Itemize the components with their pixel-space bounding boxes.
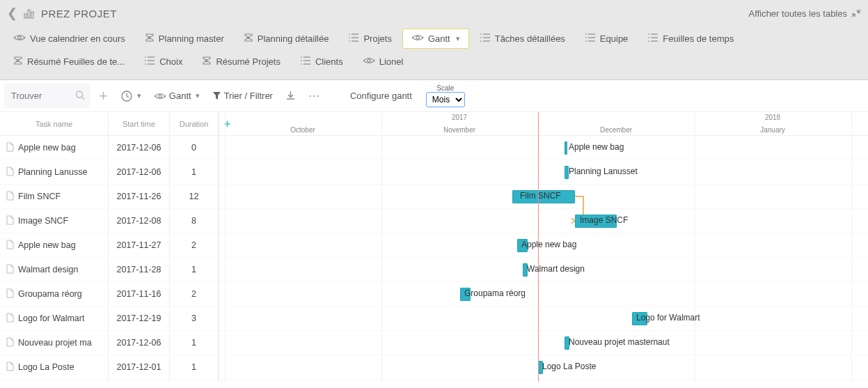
gantt-bar-label: Walmart design (527, 264, 585, 274)
tab-gantt[interactable]: Gantt▾ (402, 29, 469, 49)
tab-feuilles-de-temps[interactable]: Feuilles de temps (638, 28, 743, 49)
gantt-bar-label: Nouveau projet masternaut (569, 337, 670, 347)
task-duration-cell[interactable]: 1 (170, 331, 218, 355)
task-duration-cell[interactable]: 12 (170, 185, 218, 209)
task-start-cell[interactable]: 2017-12-06 (109, 160, 169, 185)
eye-icon (411, 33, 424, 44)
history-button[interactable]: ▾ (116, 87, 145, 105)
scale-label: Scale (426, 84, 465, 92)
task-start-cell[interactable]: 2017-11-26 (109, 185, 169, 209)
tab-r-sum-projets[interactable]: Résumé Projets (193, 51, 289, 72)
gantt-bar-label: Logo for Walmart (636, 313, 700, 323)
svg-point-42 (77, 91, 83, 98)
gantt-bar-label: Apple new bag (521, 240, 576, 249)
gantt-bar-label: Logo La Poste (542, 362, 596, 371)
task-start-cell[interactable]: 2017-12-06 (109, 136, 169, 160)
task-start-cell[interactable]: 2017-12-01 (109, 355, 169, 380)
task-start-cell[interactable]: 2017-11-28 (109, 258, 169, 282)
document-icon (6, 362, 14, 373)
svg-rect-2 (31, 12, 33, 18)
gantt-bar-label: Groupama réorg (464, 288, 526, 298)
configure-gantt-button[interactable]: Configure gantt (346, 88, 416, 104)
download-button[interactable] (281, 88, 300, 104)
task-duration-cell[interactable]: 1 (170, 160, 218, 185)
document-icon (6, 240, 14, 251)
tab-r-sum-feuilles-de-te-[interactable]: Résumé Feuilles de te... (4, 51, 134, 72)
column-header-start[interactable]: Start time (109, 112, 169, 136)
tab-equipe[interactable]: Equipe (576, 28, 637, 49)
collapse-icon (851, 8, 861, 18)
sort-filter-button[interactable]: Trier / Filtrer (208, 88, 277, 104)
task-start-cell[interactable]: 2017-12-06 (109, 331, 169, 355)
document-icon (6, 264, 14, 276)
task-start-cell[interactable]: 2017-11-27 (109, 233, 169, 258)
svg-line-43 (82, 97, 85, 100)
task-name-cell[interactable]: Walmart design (0, 258, 108, 282)
add-button[interactable]: + (95, 87, 112, 105)
page-title: PREZ PROJET (41, 8, 749, 20)
tab-clients[interactable]: Clients (291, 51, 352, 72)
gantt-bar-label: Image SNCF (580, 215, 628, 225)
svg-point-10 (416, 36, 419, 39)
task-name-cell[interactable]: Film SNCF (0, 185, 108, 209)
tab-lionel[interactable]: Lionel (354, 52, 413, 72)
task-duration-cell[interactable]: 1 (170, 258, 218, 282)
document-icon (6, 313, 14, 325)
gantt-bar-label: Apple new bag (569, 142, 624, 152)
task-name-cell[interactable]: Nouveau projet ma (0, 331, 108, 355)
task-name-cell[interactable]: Apple new bag (0, 233, 108, 258)
chevron-down-icon: ▾ (456, 34, 460, 43)
sigma-icon (145, 33, 155, 45)
back-button[interactable]: ❮ (7, 6, 17, 21)
month-label: November (443, 126, 475, 134)
show-all-tables-button[interactable]: Afficher toutes les tables (749, 8, 861, 19)
task-duration-cell[interactable]: 2 (170, 282, 218, 306)
tab-planning-d-taill-e[interactable]: Planning détaillée (235, 28, 338, 49)
document-icon (6, 215, 14, 227)
task-duration-cell[interactable]: 3 (170, 306, 218, 331)
year-label: 2018 (765, 114, 780, 121)
task-name-cell[interactable]: Logo La Poste (0, 355, 108, 380)
task-name-cell[interactable]: Logo for Walmart (0, 306, 108, 331)
task-name-cell[interactable]: Image SNCF (0, 209, 108, 233)
tab-t-ches-d-taill-es[interactable]: Tâches détaillées (471, 28, 574, 49)
task-start-cell[interactable]: 2017-12-08 (109, 209, 169, 233)
task-name-cell[interactable]: Planning Lanusse (0, 160, 108, 185)
eye-icon (363, 56, 375, 67)
gridline (851, 112, 852, 382)
view-selector[interactable]: Gantt ▾ (150, 88, 204, 104)
eye-icon (154, 92, 166, 100)
search-icon (75, 90, 85, 102)
task-name-cell[interactable]: Apple new bag (0, 136, 108, 160)
list-icon (480, 33, 491, 45)
list-icon (144, 56, 155, 68)
tab-choix[interactable]: Choix (135, 51, 191, 72)
column-header-name[interactable]: Task name (0, 112, 108, 136)
task-duration-cell[interactable]: 8 (170, 209, 218, 233)
scale-select[interactable]: Mois (426, 92, 465, 107)
svg-rect-0 (24, 14, 26, 18)
list-icon (647, 33, 658, 45)
document-icon (6, 288, 14, 300)
svg-point-45 (159, 94, 161, 97)
task-name-cell[interactable]: Groupama réorg (0, 282, 108, 306)
document-icon (6, 166, 14, 178)
month-label: January (760, 126, 785, 134)
list-icon (585, 33, 596, 45)
task-start-cell[interactable]: 2017-11-16 (109, 282, 169, 306)
column-header-duration[interactable]: Duration + (170, 112, 218, 136)
sigma-icon (13, 56, 23, 68)
gantt-bar[interactable] (565, 141, 567, 155)
year-label: 2017 (452, 114, 467, 121)
task-duration-cell[interactable]: 2 (170, 233, 218, 258)
svg-point-41 (367, 59, 370, 62)
tab-planning-master[interactable]: Planning master (136, 28, 233, 49)
tab-vue-calendrier-en-cours[interactable]: Vue calendrier en cours (4, 29, 134, 49)
sigma-icon (244, 33, 253, 45)
task-duration-cell[interactable]: 0 (170, 136, 218, 160)
task-duration-cell[interactable]: 1 (170, 355, 218, 380)
task-start-cell[interactable]: 2017-12-19 (109, 306, 169, 331)
more-button[interactable]: ⋯ (304, 86, 324, 105)
document-icon (6, 337, 14, 349)
tab-projets[interactable]: Projets (339, 28, 400, 49)
